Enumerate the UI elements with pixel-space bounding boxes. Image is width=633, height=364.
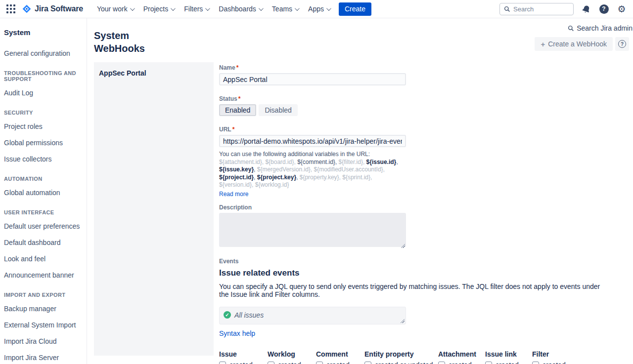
webhook-help-button[interactable]: ? — [615, 37, 629, 51]
sidebar-item-announcement-banner[interactable]: Announcement banner — [4, 271, 83, 279]
url-variable: ${version.id} — [219, 181, 252, 188]
url-variable: ${board.id} — [265, 159, 294, 165]
read-more-link[interactable]: Read more — [219, 191, 248, 198]
sidebar-item-import-jira-server[interactable]: Import Jira Server — [4, 354, 83, 362]
nav-item-filters[interactable]: Filters — [179, 2, 214, 16]
event-checkbox-worklog-created[interactable]: created — [268, 361, 316, 364]
event-column-issue: Issuecreated✓updated✓deleted — [219, 350, 268, 364]
url-variable: ${modifiedUser.accountId} — [314, 166, 383, 173]
sidebar-section-automation: AUTOMATION — [4, 176, 83, 182]
nav-item-dashboards[interactable]: Dashboards — [214, 2, 267, 16]
plus-icon: + — [541, 40, 545, 48]
event-column-title: Entity property — [364, 350, 438, 358]
jira-software-logo[interactable]: Jira Software — [22, 4, 83, 14]
sidebar-section-troubleshooting-and-support: TROUBLESHOOTING AND SUPPORT — [4, 70, 83, 82]
description-field-label: Description — [219, 204, 633, 211]
syntax-help-link[interactable]: Syntax help — [219, 329, 255, 337]
name-input[interactable] — [219, 73, 406, 85]
event-checkbox-filter-created[interactable]: created — [532, 361, 581, 364]
url-variable: ${attachment.id} — [219, 159, 262, 165]
event-column-title: Worklog — [268, 350, 316, 358]
sidebar-item-global-automation[interactable]: Global automation — [4, 189, 83, 197]
event-column-title: Attachment — [438, 350, 485, 358]
nav-item-apps[interactable]: Apps — [303, 2, 335, 16]
sidebar-item-issue-collectors[interactable]: Issue collectors — [4, 155, 83, 163]
question-mark-icon: ? — [618, 40, 626, 48]
event-column-entity-property: Entity propertycreated or updateddeleted — [364, 350, 438, 364]
sidebar-title: System — [4, 28, 83, 37]
search-input[interactable] — [513, 5, 569, 13]
checkbox-unchecked-icon[interactable] — [364, 362, 371, 364]
checkbox-unchecked-icon[interactable] — [316, 362, 323, 364]
event-checkbox-attachment-created[interactable]: created — [438, 361, 485, 364]
status-enabled-button[interactable]: Enabled — [219, 104, 256, 116]
global-search[interactable] — [499, 3, 574, 15]
chevron-down-icon — [205, 6, 210, 11]
sidebar-item-general-configuration[interactable]: General configuration — [4, 49, 83, 57]
event-checkbox-issue-link-created[interactable]: created — [485, 361, 532, 364]
event-checkbox-issue-created[interactable]: created — [219, 361, 268, 364]
status-field-label: Status* — [219, 95, 633, 102]
url-variable: ${sprint.id} — [342, 174, 370, 181]
event-column-comment: Commentcreated✓updated✓deleted — [316, 350, 364, 364]
url-variable: ${comment.id} — [297, 159, 335, 165]
sidebar-item-backup-manager[interactable]: Backup manager — [4, 305, 83, 313]
settings-gear-icon[interactable]: ⚙ — [616, 3, 627, 14]
notifications-bell-icon[interactable] — [581, 3, 591, 14]
sidebar-item-default-user-preferences[interactable]: Default user preferences — [4, 222, 83, 230]
required-asterisk: * — [238, 95, 241, 102]
app-switcher-icon[interactable] — [5, 3, 17, 15]
search-icon — [504, 6, 510, 12]
url-variable: ${mergedVersion.id} — [257, 166, 311, 173]
event-checkbox-comment-created[interactable]: created — [316, 361, 364, 364]
url-variable: ${project.id} — [219, 174, 254, 181]
chevron-down-icon — [259, 6, 264, 11]
sidebar-item-look-and-feel[interactable]: Look and feel — [4, 255, 83, 263]
sidebar-item-audit-log[interactable]: Audit Log — [4, 89, 83, 97]
event-checkbox-entity-property-created-or-updated[interactable]: created or updated — [364, 361, 438, 364]
create-webhook-button[interactable]: + Create a WebHook — [535, 37, 613, 51]
sidebar-item-import-jira-cloud[interactable]: Import Jira Cloud — [4, 337, 83, 345]
sidebar-item-external-system-import[interactable]: External System Import — [4, 321, 83, 329]
url-variable: ${issue.id} — [366, 159, 397, 165]
search-jira-admin-link[interactable]: Search Jira admin — [568, 24, 633, 32]
webhook-list-item-appsec-portal[interactable]: AppSec Portal — [99, 68, 209, 78]
url-help-intro: You can use the following additional var… — [219, 151, 370, 158]
url-variable: ${issue.key} — [219, 166, 254, 173]
main-content: System WebHooks Search Jira admin + Crea… — [87, 18, 633, 364]
nav-item-your-work[interactable]: Your work — [92, 2, 138, 16]
nav-item-projects[interactable]: Projects — [138, 2, 180, 16]
chevron-down-icon — [171, 6, 176, 11]
required-asterisk: * — [232, 126, 235, 133]
valid-check-icon: ✓ — [224, 311, 231, 319]
events-heading: Issue related events — [219, 268, 633, 278]
sidebar-item-global-permissions[interactable]: Global permissions — [4, 139, 83, 147]
resize-handle-icon[interactable] — [400, 319, 405, 323]
top-navigation-bar: Jira Software Your workProjectsFiltersDa… — [0, 0, 633, 18]
sidebar-item-default-dashboard[interactable]: Default dashboard — [4, 239, 83, 246]
checkbox-unchecked-icon[interactable] — [485, 362, 492, 364]
status-disabled-button[interactable]: Disabled — [259, 104, 297, 116]
jql-placeholder-text: All issues — [234, 311, 264, 319]
jql-query-input[interactable]: ✓ All issues — [219, 307, 406, 324]
resize-handle-icon[interactable] — [401, 243, 405, 248]
chevron-down-icon — [326, 6, 331, 11]
checkbox-unchecked-icon[interactable] — [219, 362, 226, 364]
checkbox-unchecked-icon[interactable] — [268, 362, 274, 364]
url-variable: ${worklog.id} — [255, 181, 289, 188]
nav-item-teams[interactable]: Teams — [267, 2, 303, 16]
checkbox-unchecked-icon[interactable] — [438, 362, 445, 364]
url-input[interactable] — [219, 135, 406, 147]
name-field-label: Name* — [219, 64, 633, 71]
help-icon[interactable]: ? — [598, 3, 609, 14]
event-column-title: Issue link — [485, 350, 532, 358]
event-column-title: Comment — [316, 350, 364, 358]
create-button[interactable]: Create — [339, 2, 371, 16]
description-textarea[interactable] — [219, 213, 406, 247]
sidebar-item-project-roles[interactable]: Project roles — [4, 122, 83, 130]
webhook-form: Name* Status* EnabledDisabled URL* You c… — [214, 62, 633, 356]
chevron-down-icon — [295, 6, 300, 11]
events-label: Events — [219, 258, 633, 265]
checkbox-unchecked-icon[interactable] — [532, 362, 539, 364]
admin-sidebar: System General configurationTROUBLESHOOT… — [0, 18, 87, 364]
